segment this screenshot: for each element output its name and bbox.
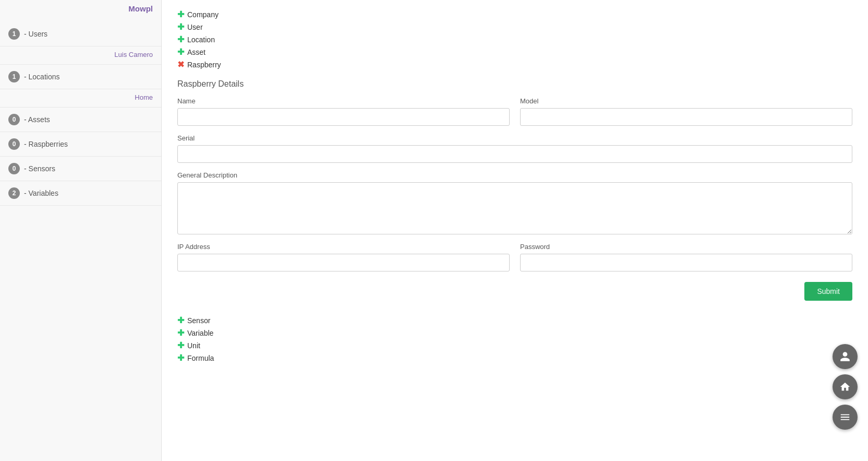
sensors-badge: 0: [8, 163, 20, 174]
ip-input[interactable]: [177, 254, 510, 271]
name-label: Name: [177, 97, 510, 105]
description-group: General Description: [177, 171, 852, 234]
users-badge: 1: [8, 28, 20, 40]
plus-icon-variable: ✚: [177, 329, 184, 337]
sidebar-item-locations[interactable]: 1 - Locations: [0, 65, 161, 89]
locations-sub-link[interactable]: Home: [135, 93, 153, 101]
plus-icon-sensor: ✚: [177, 316, 184, 325]
name-input[interactable]: [177, 108, 510, 126]
locations-label: - Locations: [24, 73, 59, 81]
tree-item-user[interactable]: ✚ User: [177, 23, 852, 31]
sidebar-item-sensors[interactable]: 0 - Sensors: [0, 157, 161, 181]
sidebar: Mowpl 1 - Users Luis Camero 1 - Location…: [0, 0, 162, 461]
description-row: General Description: [177, 171, 852, 234]
sidebar-header: Mowpl: [0, 0, 161, 22]
sidebar-item-users[interactable]: 1 - Users: [0, 22, 161, 46]
locations-badge: 1: [8, 71, 20, 82]
plus-icon-formula: ✚: [177, 354, 184, 362]
section-title: Raspberry Details: [177, 79, 852, 89]
fab-home-button[interactable]: [833, 374, 858, 399]
sensors-label: - Sensors: [24, 164, 55, 173]
users-label: - Users: [24, 30, 47, 38]
serial-input[interactable]: [177, 145, 852, 163]
fab-container: [833, 344, 858, 430]
submit-button[interactable]: Submit: [804, 282, 852, 301]
user-icon: [839, 351, 851, 362]
top-tree: ✚ Company ✚ User ✚ Location ✚ Asset ✖ Ra…: [177, 10, 852, 69]
tree-item-unit[interactable]: ✚ Unit: [177, 341, 852, 350]
tree-item-sensor[interactable]: ✚ Sensor: [177, 316, 852, 325]
name-group: Name: [177, 97, 510, 126]
description-label: General Description: [177, 171, 852, 179]
brand-label: Mowpl: [128, 4, 153, 13]
model-group: Model: [520, 97, 852, 126]
tree-item-variable[interactable]: ✚ Variable: [177, 329, 852, 337]
sidebar-item-variables[interactable]: 2 - Variables: [0, 181, 161, 206]
ip-group: IP Address: [177, 243, 510, 271]
tree-label-location: Location: [187, 36, 215, 44]
fab-user-button[interactable]: [833, 344, 858, 369]
plus-icon-location: ✚: [177, 36, 184, 44]
sidebar-item-assets[interactable]: 0 - Assets: [0, 108, 161, 132]
plus-icon-user: ✚: [177, 23, 184, 31]
variables-badge: 2: [8, 187, 20, 199]
tree-item-location[interactable]: ✚ Location: [177, 36, 852, 44]
main-content: ✚ Company ✚ User ✚ Location ✚ Asset ✖ Ra…: [162, 0, 868, 461]
assets-badge: 0: [8, 114, 20, 125]
home-icon: [839, 381, 851, 393]
tree-label-raspberry: Raspberry: [187, 61, 221, 69]
model-input[interactable]: [520, 108, 852, 126]
password-group: Password: [520, 243, 852, 271]
tree-item-formula[interactable]: ✚ Formula: [177, 354, 852, 362]
plus-icon-unit: ✚: [177, 341, 184, 350]
ip-password-row: IP Address Password: [177, 243, 852, 271]
plus-icon-company: ✚: [177, 10, 184, 19]
locations-sub[interactable]: Home: [0, 89, 161, 108]
ip-label: IP Address: [177, 243, 510, 251]
raspberries-label: - Raspberries: [24, 140, 68, 148]
menu-icon: [839, 411, 851, 423]
fab-menu-button[interactable]: [833, 405, 858, 430]
cross-icon-raspberry: ✖: [177, 61, 184, 69]
tree-label-user: User: [187, 23, 203, 31]
plus-icon-asset: ✚: [177, 48, 184, 56]
tree-label-variable: Variable: [187, 329, 213, 337]
variables-label: - Variables: [24, 189, 58, 197]
tree-label-unit: Unit: [187, 341, 200, 350]
assets-label: - Assets: [24, 115, 50, 124]
sidebar-item-raspberries[interactable]: 0 - Raspberries: [0, 132, 161, 157]
tree-item-asset[interactable]: ✚ Asset: [177, 48, 852, 56]
name-model-row: Name Model: [177, 97, 852, 126]
password-label: Password: [520, 243, 852, 251]
submit-row: Submit: [177, 282, 852, 301]
tree-label-formula: Formula: [187, 354, 214, 362]
tree-item-raspberry[interactable]: ✖ Raspberry: [177, 61, 852, 69]
description-textarea[interactable]: [177, 182, 852, 234]
model-label: Model: [520, 97, 852, 105]
password-input[interactable]: [520, 254, 852, 271]
tree-label-asset: Asset: [187, 48, 206, 56]
users-sub[interactable]: Luis Camero: [0, 46, 161, 65]
serial-group: Serial: [177, 134, 852, 163]
serial-label: Serial: [177, 134, 852, 142]
users-sub-link[interactable]: Luis Camero: [114, 51, 153, 58]
tree-item-company[interactable]: ✚ Company: [177, 10, 852, 19]
raspberries-badge: 0: [8, 138, 20, 150]
raspberry-form: Name Model Serial General Description: [177, 97, 852, 301]
serial-row: Serial: [177, 134, 852, 163]
tree-label-company: Company: [187, 10, 219, 19]
bottom-tree: ✚ Sensor ✚ Variable ✚ Unit ✚ Formula: [177, 316, 852, 362]
tree-label-sensor: Sensor: [187, 316, 210, 325]
